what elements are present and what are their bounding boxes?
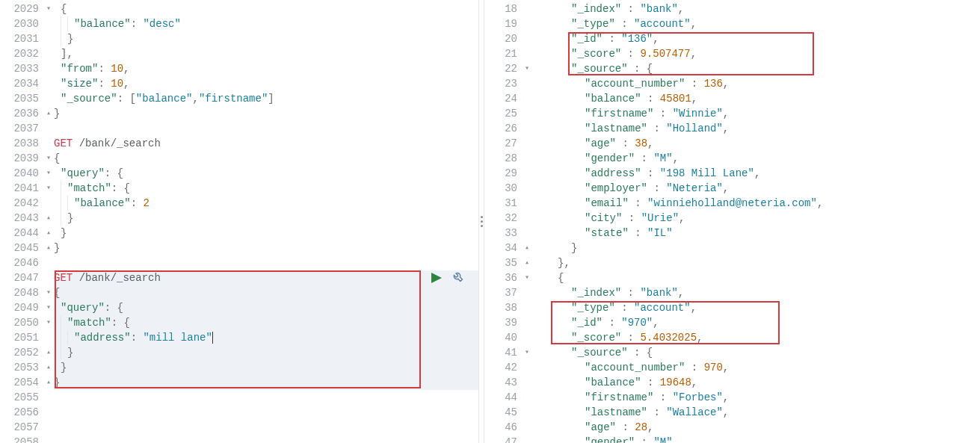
code-line[interactable]: } [54, 211, 478, 226]
token-k: "_score" [571, 332, 621, 344]
token-s: "Neteria" [666, 182, 723, 194]
code-line[interactable]: "_source": ["balance","firstname"] [54, 91, 478, 106]
code-line[interactable]: } [54, 226, 478, 241]
wrench-icon[interactable] [450, 270, 465, 285]
token-k: "account_number" [585, 362, 685, 374]
token-p: : [653, 108, 672, 120]
code-line[interactable]: "balance": "desc" [54, 16, 478, 31]
code-line: "_score" : 5.4032025, [531, 330, 980, 345]
code-area-left[interactable]: {"balance": "desc"}],"from": 10,"size": … [54, 0, 478, 443]
line-number: 47 [484, 435, 522, 443]
code-area-right: "_index" : "bank","_type" : "account","_… [531, 0, 980, 443]
token-k: "balance" [585, 93, 641, 105]
line-number: 2038 [0, 136, 43, 151]
code-line: "_score" : 9.507477, [531, 46, 980, 61]
line-number: 2043 [0, 211, 43, 226]
code-line[interactable]: } [54, 31, 478, 46]
token-p: : [629, 227, 647, 239]
code-line[interactable]: "size": 10, [54, 76, 478, 91]
token-p: : [131, 197, 144, 209]
line-number: 2045 [0, 241, 43, 255]
line-number: 2032 [0, 46, 43, 61]
token-p: : [647, 406, 666, 418]
token-p: : [647, 182, 666, 194]
code-line[interactable]: ], [54, 46, 478, 61]
token-p: , [653, 317, 659, 329]
token-p: } [54, 242, 60, 254]
code-line[interactable] [54, 390, 478, 405]
token-s: "Wallace" [666, 406, 723, 418]
token-k: "_source" [571, 63, 628, 75]
code-line[interactable]: "address": "mill lane" [54, 330, 478, 345]
token-p: , [754, 167, 760, 179]
token-p: } [54, 377, 60, 388]
code-line[interactable]: } [54, 375, 478, 390]
pane-divider[interactable] [478, 0, 484, 443]
token-p: : [615, 302, 634, 314]
token-k: "balance" [74, 18, 131, 30]
token-p: } [61, 362, 67, 374]
request-editor-pane[interactable]: 2029203020312032203320342035203620372038… [0, 0, 478, 443]
line-number: 29 [484, 166, 522, 181]
code-line: "_source" : { [531, 61, 980, 76]
line-number: 2029 [0, 1, 43, 16]
code-line[interactable]: "match": { [54, 315, 478, 330]
code-line[interactable]: { [54, 285, 478, 300]
token-s: "198 Mill Lane" [660, 167, 754, 179]
line-number: 38 [484, 300, 522, 315]
code-line[interactable]: "match": { [54, 181, 478, 196]
code-line[interactable]: "from": 10, [54, 61, 478, 76]
code-line[interactable]: { [54, 1, 478, 16]
code-line[interactable]: "balance": 2 [54, 196, 478, 211]
token-s: "account" [634, 302, 691, 314]
code-line[interactable]: GET /bank/_search [54, 270, 478, 285]
token-p: , [647, 137, 653, 149]
line-number: 42 [484, 360, 522, 375]
code-line[interactable] [54, 121, 478, 136]
token-p: : [603, 317, 621, 329]
token-s: "Holland" [666, 123, 723, 134]
token-p: } [61, 227, 67, 239]
token-p: , [678, 287, 684, 299]
token-p: : [641, 93, 660, 105]
token-p: : { [105, 302, 123, 314]
code-line[interactable]: } [54, 241, 478, 255]
token-s: "Forbes" [673, 391, 723, 403]
token-k: "city" [585, 212, 622, 224]
code-line[interactable]: GET /bank/_search [54, 136, 478, 151]
code-line: "_id" : "970", [531, 315, 980, 330]
code-line[interactable]: "query": { [54, 300, 478, 315]
line-number: 40 [484, 330, 522, 345]
code-line: "_index" : "bank", [531, 1, 980, 16]
line-gutter-right: 1819202122232425262728293031323334353637… [484, 0, 522, 443]
line-number: 2036 [0, 106, 43, 121]
code-line[interactable]: "query": { [54, 166, 478, 181]
line-number: 19 [484, 16, 522, 31]
token-p: : { [105, 167, 123, 179]
token-n: 2 [143, 197, 149, 209]
line-number: 2048 [0, 285, 43, 300]
code-line[interactable] [54, 405, 478, 420]
token-p: , [678, 3, 684, 15]
code-line[interactable] [54, 420, 478, 435]
token-k: "age" [585, 137, 616, 149]
token-s: "Urie" [641, 212, 679, 224]
run-request-button[interactable] [429, 270, 444, 285]
line-number: 2046 [0, 255, 43, 270]
code-line[interactable]: } [54, 360, 478, 375]
code-line[interactable]: { [54, 151, 478, 166]
line-number: 45 [484, 405, 522, 420]
code-line: "state" : "IL" [531, 226, 980, 241]
token-k: "lastname" [585, 123, 647, 134]
code-line[interactable]: } [54, 345, 478, 360]
token-k: "_type" [571, 302, 615, 314]
svg-marker-0 [431, 273, 442, 283]
line-number: 39 [484, 315, 522, 330]
code-line[interactable] [54, 435, 478, 443]
line-number: 2055 [0, 390, 43, 405]
code-line: "city" : "Urie", [531, 211, 980, 226]
code-line[interactable] [54, 255, 478, 270]
line-number: 41 [484, 345, 522, 360]
token-p: : [621, 287, 640, 299]
code-line[interactable]: } [54, 106, 478, 121]
